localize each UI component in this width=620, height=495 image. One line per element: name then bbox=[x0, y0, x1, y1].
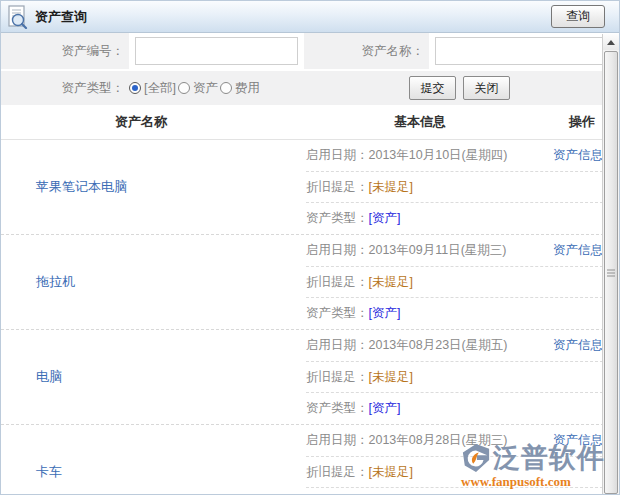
depreciation-text: 折旧提足：[未提足] bbox=[306, 179, 413, 196]
search-form: 资产编号： 资产名称： 资产类型： [全部] 资产 bbox=[1, 33, 619, 105]
vendor-url-text: www.fanpusoft.com bbox=[461, 474, 605, 490]
table-row: 电脑 启用日期：2013年08月23日(星期五) 资产信息 折旧提足：[未提足]… bbox=[1, 330, 619, 425]
depreciation-line: 折旧提足：[未提足] bbox=[306, 172, 603, 204]
asset-name-label: 资产名称： bbox=[359, 33, 429, 69]
column-header-action: 操作 bbox=[559, 113, 605, 131]
radio-expense[interactable]: 费用 bbox=[220, 80, 260, 97]
asset-type-row-label: 资产类型： bbox=[306, 306, 369, 320]
depreciation-value: [未提足] bbox=[369, 275, 413, 289]
asset-info-link[interactable]: 资产信息 bbox=[553, 147, 603, 164]
column-header-name: 资产名称 bbox=[1, 113, 281, 131]
start-date-text: 启用日期：2013年09月11日(星期三) bbox=[306, 242, 507, 259]
scrollbar-thumb[interactable] bbox=[604, 51, 618, 494]
submit-button[interactable]: 提交 bbox=[409, 76, 456, 100]
start-date-value: 2013年10月10日(星期四) bbox=[369, 148, 508, 162]
depreciation-text: 折旧提足：[未提足] bbox=[306, 464, 413, 481]
asset-no-cell bbox=[129, 33, 304, 69]
asset-name-link[interactable]: 卡车 bbox=[36, 463, 62, 481]
scrollbar-up-button[interactable] bbox=[603, 34, 619, 50]
start-date-line: 启用日期：2013年09月11日(星期三) 资产信息 bbox=[306, 235, 603, 267]
radio-asset-label: 资产 bbox=[193, 80, 218, 97]
depreciation-value: [未提足] bbox=[369, 465, 413, 479]
depreciation-label: 折旧提足： bbox=[306, 465, 369, 479]
form-row-inputs: 资产编号： 资产名称： bbox=[1, 33, 619, 71]
asset-name-cell: 拖拉机 bbox=[1, 235, 306, 329]
asset-type-line: 资产类型：[资产] bbox=[306, 298, 603, 329]
asset-type-text: 资产类型：[资产] bbox=[306, 400, 400, 417]
start-date-label: 启用日期： bbox=[306, 243, 369, 257]
table-row: 苹果笔记本电脑 启用日期：2013年10月10日(星期四) 资产信息 折旧提足：… bbox=[1, 140, 619, 235]
depreciation-value: [未提足] bbox=[369, 180, 413, 194]
asset-info-cell: 启用日期：2013年08月23日(星期五) 资产信息 折旧提足：[未提足] 资产… bbox=[306, 330, 603, 424]
asset-type-line: 资产类型：[资产] bbox=[306, 393, 603, 424]
asset-name-link[interactable]: 电脑 bbox=[36, 368, 62, 386]
start-date-text: 启用日期：2013年10月10日(星期四) bbox=[306, 147, 507, 164]
table-row: 拖拉机 启用日期：2013年09月11日(星期三) 资产信息 折旧提足：[未提足… bbox=[1, 235, 619, 330]
asset-type-text: 资产类型：[资产] bbox=[306, 210, 400, 227]
asset-info-cell: 启用日期：2013年09月11日(星期三) 资产信息 折旧提足：[未提足] 资产… bbox=[306, 235, 603, 329]
vertical-scrollbar[interactable] bbox=[602, 34, 619, 494]
titlebar: 资产查询 查询 bbox=[1, 1, 619, 33]
asset-name-input[interactable] bbox=[435, 37, 613, 65]
asset-info-cell: 启用日期：2013年10月10日(星期四) 资产信息 折旧提足：[未提足] 资产… bbox=[306, 140, 603, 234]
asset-type-value: [资产] bbox=[369, 401, 401, 415]
scrollbar-grip-icon bbox=[607, 269, 615, 276]
asset-name-cell bbox=[429, 33, 619, 69]
asset-no-label: 资产编号： bbox=[1, 33, 129, 69]
vendor-brand-text: 泛普软件 bbox=[493, 440, 605, 476]
start-date-value: 2013年08月23日(星期五) bbox=[369, 338, 508, 352]
radio-asset-dot[interactable] bbox=[178, 82, 190, 94]
depreciation-label: 折旧提足： bbox=[306, 180, 369, 194]
arrow-up-icon bbox=[607, 40, 615, 45]
depreciation-line: 折旧提足：[未提足] bbox=[306, 267, 603, 299]
query-button[interactable]: 查询 bbox=[551, 5, 605, 28]
radio-all[interactable]: [全部] bbox=[129, 80, 176, 97]
start-date-line: 启用日期：2013年08月23日(星期五) 资产信息 bbox=[306, 330, 603, 362]
asset-name-link[interactable]: 苹果笔记本电脑 bbox=[36, 178, 127, 196]
asset-name-cell: 卡车 bbox=[1, 425, 306, 495]
start-date-line: 启用日期：2013年10月10日(星期四) 资产信息 bbox=[306, 140, 603, 172]
depreciation-text: 折旧提足：[未提足] bbox=[306, 274, 413, 291]
start-date-label: 启用日期： bbox=[306, 433, 369, 447]
asset-type-row-label: 资产类型： bbox=[306, 211, 369, 225]
asset-info-link[interactable]: 资产信息 bbox=[553, 337, 603, 354]
asset-no-input[interactable] bbox=[135, 37, 298, 65]
radio-all-label: [全部] bbox=[144, 80, 176, 97]
asset-type-radio-group: [全部] 资产 费用 bbox=[129, 80, 262, 97]
form-gap bbox=[304, 33, 359, 69]
radio-all-dot[interactable] bbox=[129, 82, 141, 94]
start-date-label: 启用日期： bbox=[306, 338, 369, 352]
vendor-watermark: 泛普软件 www.fanpusoft.com bbox=[461, 440, 605, 490]
start-date-text: 启用日期：2013年08月23日(星期五) bbox=[306, 337, 507, 354]
form-buttons: 提交 关闭 bbox=[409, 76, 510, 100]
depreciation-label: 折旧提足： bbox=[306, 275, 369, 289]
depreciation-value: [未提足] bbox=[369, 370, 413, 384]
fanpu-logo-icon bbox=[461, 443, 491, 473]
radio-expense-dot[interactable] bbox=[220, 82, 232, 94]
start-date-value: 2013年09月11日(星期三) bbox=[369, 243, 507, 257]
page-title: 资产查询 bbox=[35, 8, 87, 26]
asset-name-cell: 电脑 bbox=[1, 330, 306, 424]
asset-type-label: 资产类型： bbox=[1, 80, 129, 97]
asset-name-cell: 苹果笔记本电脑 bbox=[1, 140, 306, 234]
asset-name-link[interactable]: 拖拉机 bbox=[36, 273, 75, 291]
asset-info-link[interactable]: 资产信息 bbox=[553, 242, 603, 259]
asset-type-line: 资产类型：[资产] bbox=[306, 203, 603, 234]
form-row-type: 资产类型： [全部] 资产 费用 提交 关闭 bbox=[1, 71, 619, 105]
radio-asset[interactable]: 资产 bbox=[178, 80, 218, 97]
asset-query-window: 资产查询 查询 资产编号： 资产名称： 资产类型： [全部] bbox=[0, 0, 620, 495]
depreciation-line: 折旧提足：[未提足] bbox=[306, 362, 603, 394]
asset-type-text: 资产类型：[资产] bbox=[306, 305, 400, 322]
asset-type-value: [资产] bbox=[369, 211, 401, 225]
table-header: 资产名称 基本信息 操作 bbox=[1, 105, 619, 140]
depreciation-text: 折旧提足：[未提足] bbox=[306, 369, 413, 386]
start-date-label: 启用日期： bbox=[306, 148, 369, 162]
depreciation-label: 折旧提足： bbox=[306, 370, 369, 384]
close-button[interactable]: 关闭 bbox=[463, 76, 510, 100]
column-header-info: 基本信息 bbox=[281, 113, 559, 131]
asset-type-row-label: 资产类型： bbox=[306, 401, 369, 415]
search-document-icon bbox=[7, 5, 29, 29]
asset-type-value: [资产] bbox=[369, 306, 401, 320]
radio-expense-label: 费用 bbox=[235, 80, 260, 97]
